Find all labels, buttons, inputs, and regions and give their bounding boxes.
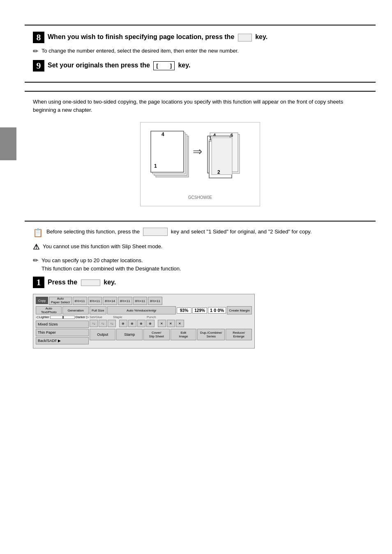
mixed-sizes-btn[interactable]: Mixed Sizes (36, 321, 89, 328)
step-1-text: Press the key. (48, 279, 116, 286)
lighter-label: ◁ Lighter (36, 315, 49, 319)
note-1: 📋 Before selecting this function, press … (33, 228, 367, 238)
dup-combine-btn[interactable]: Dup./Combine/Series (197, 329, 225, 340)
size-row: Full Size Auto %/reduce/enlgr 93% 129% 1… (90, 306, 252, 314)
warning-icon: ⚠ (33, 242, 39, 252)
pencil-line-2: This function can be combined with the D… (42, 265, 181, 273)
auto-paper-select-btn[interactable]: AutoPaper Select (49, 297, 72, 305)
diagram-label: GCSHOW0E (147, 195, 254, 200)
description-text: When using one-sided to two-sided copyin… (33, 98, 367, 114)
svg-rect-16 (212, 138, 232, 175)
size-3-btn[interactable]: 8½×14 (103, 297, 117, 305)
pencil-icon-2: ✏ (33, 256, 38, 264)
step-1-row: 1 Press the key. (33, 277, 367, 288)
auto-text-row: Auto Text/Photo Generation (36, 306, 89, 314)
size-5-btn[interactable]: 8½×11 (133, 297, 148, 305)
thin-paper-btn[interactable]: Thin Paper (36, 329, 89, 336)
generation-btn[interactable]: Generation (62, 306, 88, 314)
svg-text:4: 4 (161, 132, 164, 137)
copier-main-panel: Full Size Auto %/reduce/enlgr 93% 129% 1… (90, 306, 252, 344)
step-9-text: Set your originals then press the [ ] ke… (48, 60, 190, 70)
auto-reduce-btn[interactable]: Auto %/reduce/enlgr (107, 306, 176, 314)
step-8-row: 8 When you wish to finish specifying pag… (33, 32, 367, 43)
size-2-btn[interactable]: 8½×11 (88, 297, 102, 305)
icon-btn-10[interactable]: ✕ (176, 320, 184, 327)
icon-btn-1[interactable]: ↑↓ (90, 320, 98, 327)
step-1-number: 1 (33, 277, 44, 288)
back-sadf-btn[interactable]: Back/SADF ▶ (36, 337, 89, 344)
svg-text:6: 6 (231, 133, 233, 138)
slider-track[interactable] (50, 316, 75, 319)
output-btn[interactable]: Output (90, 329, 116, 340)
icon-btn-9[interactable]: ✕ (167, 320, 175, 327)
copier-top-row: Copy AutoPaper Select 8½×11 8½×11 8½×14 … (36, 297, 252, 305)
punch-label: Punch (147, 315, 156, 319)
icon-btn-4[interactable]: ⊕ (119, 320, 127, 327)
step-8-text: When you wish to finish specifying page … (48, 32, 267, 42)
bracket-key: [ ] (153, 61, 175, 70)
icon-btn-3[interactable]: ↑↓ (108, 320, 116, 327)
pencil-line-1: You can specify up to 20 chapter locatio… (42, 256, 181, 265)
percent-100: 1 0 0% (208, 307, 226, 314)
note-book-icon: 📋 (33, 228, 43, 238)
step-8-note: ✏ To change the number entered, select t… (33, 47, 367, 55)
key-placeholder-bottom (81, 279, 100, 286)
stamp-btn[interactable]: Stamp (116, 329, 143, 340)
icon-btn-5[interactable]: ⊕ (128, 320, 136, 327)
percent-93: 93% (177, 307, 191, 314)
icon-btn-7[interactable]: ⊕ (146, 320, 154, 327)
setglue-label: Set/Glue (90, 315, 104, 319)
function-btns-row: Output Stamp Cover/Slip Sheet EditImage … (90, 329, 252, 340)
svg-text:1: 1 (209, 136, 212, 141)
warning-text: You cannot use this function with Slip S… (43, 242, 162, 251)
full-size-btn[interactable]: Full Size (90, 306, 106, 314)
staple-label: Staple (113, 315, 129, 319)
middle-bordered-section: When using one-sided to two-sided copyin… (25, 91, 376, 222)
copier-row2: Auto Text/Photo Generation ◁ Lighter Dar… (36, 306, 252, 344)
reduce-enlarge-btn[interactable]: Reduce/Enlarge (226, 329, 252, 340)
slide-row: ◁ Lighter Darker ▷ (36, 315, 89, 319)
icon-btn-6[interactable]: ⊕ (137, 320, 145, 327)
pencil-icon-1: ✏ (33, 47, 38, 55)
extra-btns: Mixed Sizes (36, 321, 89, 328)
step-9-row: 9 Set your originals then press the [ ] … (33, 60, 367, 72)
staple-row: Set/Glue Staple Punch (90, 315, 252, 319)
create-margin-btn[interactable]: Create Margin (227, 306, 252, 314)
step-8-number: 8 (33, 32, 44, 43)
copy-mode-btn[interactable]: Copy (36, 297, 48, 304)
pencil-note: ✏ You can specify up to 20 chapter locat… (33, 256, 367, 272)
percent-129: 129% (192, 307, 207, 314)
top-bordered-section: 8 When you wish to finish specifying pag… (25, 25, 376, 83)
cover-slip-btn[interactable]: Cover/Slip Sheet (143, 329, 170, 340)
size-4-btn[interactable]: 8½×11 (118, 297, 132, 305)
edit-image-btn[interactable]: EditImage (171, 329, 197, 340)
note-1-text: Before selecting this function, press th… (46, 228, 312, 236)
icon-btn-8[interactable]: ✕ (158, 320, 166, 327)
bottom-section: 1 Press the key. Copy AutoPaper Select 8… (25, 277, 376, 349)
svg-text:2: 2 (217, 169, 220, 175)
svg-text:1: 1 (154, 163, 157, 169)
size-6-btn[interactable]: 8½×11 (148, 297, 162, 305)
diagram-svg: 1 4 ⇒ 6 4 3 (147, 129, 254, 192)
warning-note: ⚠ You cannot use this function with Slip… (33, 242, 367, 252)
side-tab (0, 127, 16, 160)
svg-text:⇒: ⇒ (193, 145, 202, 158)
darker-label: Darker ▷ (76, 315, 89, 319)
step-9-number: 9 (33, 60, 44, 72)
page-container: 8 When you wish to finish specifying pag… (0, 25, 392, 554)
lighter-darker-slider: ◁ Lighter Darker ▷ (36, 315, 89, 319)
pencil-note-lines: You can specify up to 20 chapter locatio… (42, 256, 181, 272)
copier-panel: Copy AutoPaper Select 8½×11 8½×11 8½×14 … (33, 294, 255, 349)
key-placeholder-note (143, 228, 168, 236)
icon-btns-row: ↑↓ ↑↓ ↑↓ ⊕ ⊕ ⊕ ⊕ ✕ ✕ ✕ (90, 320, 252, 327)
step-8-note-text: To change the number entered, select the… (42, 47, 239, 55)
icon-btn-2[interactable]: ↑↓ (99, 320, 107, 327)
key-placeholder-8 (238, 34, 252, 42)
copier-left-panel: Auto Text/Photo Generation ◁ Lighter Dar… (36, 306, 89, 344)
diagram-container: 1 4 ⇒ 6 4 3 (33, 122, 367, 206)
size-1-btn[interactable]: 8½×11 (73, 297, 87, 305)
notes-section: 📋 Before selecting this function, press … (25, 228, 376, 272)
diagram-box: 1 4 ⇒ 6 4 3 (140, 122, 260, 206)
auto-text-btn[interactable]: Auto Text/Photo (36, 306, 62, 314)
